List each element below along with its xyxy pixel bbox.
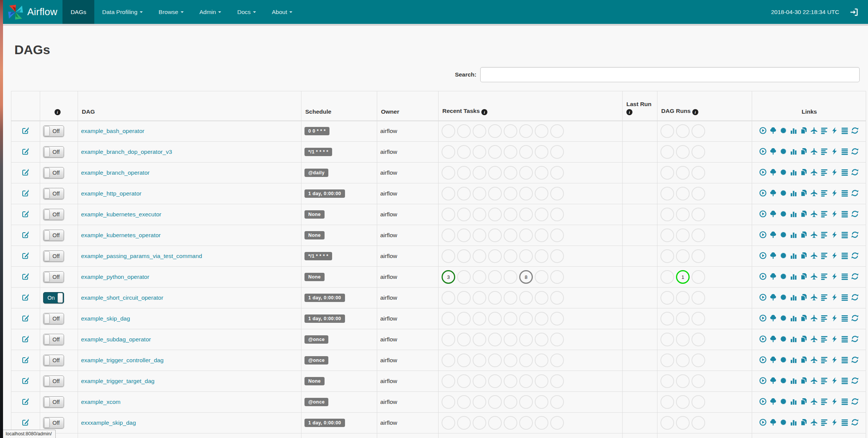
edit-dag-icon[interactable] [22,335,29,343]
task-state-circle[interactable] [488,249,502,263]
task-state-circle[interactable] [442,312,455,325]
task-state-circle[interactable] [504,395,517,409]
code-view-flash-icon[interactable] [831,356,838,363]
dag-link[interactable]: example_subdag_operator [81,336,151,343]
task-state-circle[interactable] [676,249,690,263]
task-state-circle[interactable] [550,374,564,388]
gantt-view-align-left-icon[interactable] [821,252,828,259]
schedule-badge[interactable]: None [304,273,325,281]
code-view-flash-icon[interactable] [831,335,838,343]
schedule-badge[interactable]: 0 0 * * * [304,127,329,135]
task-tries-duplicate-icon[interactable] [800,231,807,238]
edit-dag-icon[interactable] [22,210,29,217]
dag-pause-toggle[interactable]: Off [43,125,64,137]
dag-link[interactable]: example_kubernetes_operator [81,232,161,238]
task-state-circle[interactable] [660,166,674,180]
task-state-circle[interactable] [504,228,517,242]
task-state-circle[interactable] [660,187,674,200]
info-icon[interactable]: i [626,109,632,115]
trigger-dag-play-circle-icon[interactable] [759,189,767,197]
task-tries-duplicate-icon[interactable] [800,419,807,426]
task-state-circle[interactable] [488,333,502,346]
edit-dag-icon[interactable] [22,273,29,280]
landing-times-plane-icon[interactable] [810,398,818,405]
task-state-circle[interactable] [660,354,674,367]
task-state-circle[interactable] [519,249,533,263]
code-view-flash-icon[interactable] [831,148,838,155]
landing-times-plane-icon[interactable] [810,377,818,384]
landing-times-plane-icon[interactable] [810,169,818,176]
trigger-dag-play-circle-icon[interactable] [759,314,767,322]
task-tries-duplicate-icon[interactable] [800,127,807,134]
task-state-circle[interactable] [535,374,548,388]
info-icon[interactable]: i [55,109,61,115]
task-tries-duplicate-icon[interactable] [800,335,807,343]
task-state-circle[interactable] [676,312,690,325]
graph-view-sunburst-icon[interactable] [780,210,787,217]
task-state-circle[interactable] [550,270,564,284]
refresh-dag-icon[interactable] [851,294,859,301]
task-duration-chart-icon[interactable] [790,210,797,217]
dag-pause-toggle[interactable]: Off [43,188,64,199]
edit-dag-icon[interactable] [22,189,29,197]
task-state-circle[interactable] [519,228,533,242]
trigger-dag-play-circle-icon[interactable] [759,335,767,343]
nav-item-browse[interactable]: Browse [151,0,192,24]
task-state-circle[interactable] [660,416,674,430]
task-state-circle[interactable] [488,187,502,200]
task-state-circle[interactable] [519,208,533,221]
task-tries-duplicate-icon[interactable] [800,294,807,301]
code-view-flash-icon[interactable] [831,398,838,405]
gantt-view-align-left-icon[interactable] [821,127,828,134]
graph-view-sunburst-icon[interactable] [780,294,787,301]
task-state-circle[interactable] [473,333,486,346]
task-state-circle[interactable] [488,291,502,305]
nav-item-docs[interactable]: Docs [229,0,264,24]
task-state-circle[interactable] [660,312,674,325]
task-tries-duplicate-icon[interactable] [800,314,807,322]
task-state-circle[interactable] [504,187,517,200]
logs-align-justify-icon[interactable] [841,335,848,343]
schedule-badge[interactable]: 1 day, 0:00:00 [304,189,345,198]
task-state-circle[interactable] [457,312,471,325]
task-state-circle[interactable] [692,354,705,367]
code-view-flash-icon[interactable] [831,294,838,301]
task-state-circle[interactable] [550,333,564,346]
tree-view-icon[interactable] [770,169,777,176]
task-state-circle[interactable] [504,291,517,305]
task-state-circle[interactable] [457,228,471,242]
dag-pause-toggle[interactable]: Off [43,146,64,158]
task-state-circle[interactable] [692,249,705,263]
code-view-flash-icon[interactable] [831,252,838,259]
task-state-circle[interactable] [504,354,517,367]
landing-times-plane-icon[interactable] [810,419,818,426]
task-state-circle[interactable]: 1 [676,270,690,284]
task-state-circle[interactable] [660,228,674,242]
dag-pause-toggle[interactable]: Off [43,396,64,408]
trigger-dag-play-circle-icon[interactable] [759,398,767,405]
refresh-dag-icon[interactable] [851,169,859,176]
task-duration-chart-icon[interactable] [790,335,797,343]
dag-pause-toggle[interactable]: Off [43,271,64,283]
task-state-circle[interactable] [676,333,690,346]
task-state-circle[interactable] [504,249,517,263]
nav-item-data-profiling[interactable]: Data Profiling [94,0,151,24]
task-state-circle[interactable]: 3 [442,270,455,284]
edit-dag-icon[interactable] [22,148,29,155]
tree-view-icon[interactable] [770,189,777,197]
schedule-badge[interactable]: @daily [304,169,328,177]
landing-times-plane-icon[interactable] [810,148,818,155]
task-state-circle[interactable] [676,291,690,305]
task-state-circle[interactable] [473,124,486,138]
task-state-circle[interactable] [473,312,486,325]
task-state-circle[interactable] [457,395,471,409]
logs-align-justify-icon[interactable] [841,148,848,155]
logs-align-justify-icon[interactable] [841,356,848,363]
task-state-circle[interactable] [488,416,502,430]
tree-view-icon[interactable] [770,231,777,238]
task-state-circle[interactable] [535,166,548,180]
dag-pause-toggle[interactable]: Off [43,250,64,262]
dag-link[interactable]: example_branch_operator [81,169,150,176]
task-state-circle[interactable] [457,270,471,284]
logs-align-justify-icon[interactable] [841,252,848,259]
